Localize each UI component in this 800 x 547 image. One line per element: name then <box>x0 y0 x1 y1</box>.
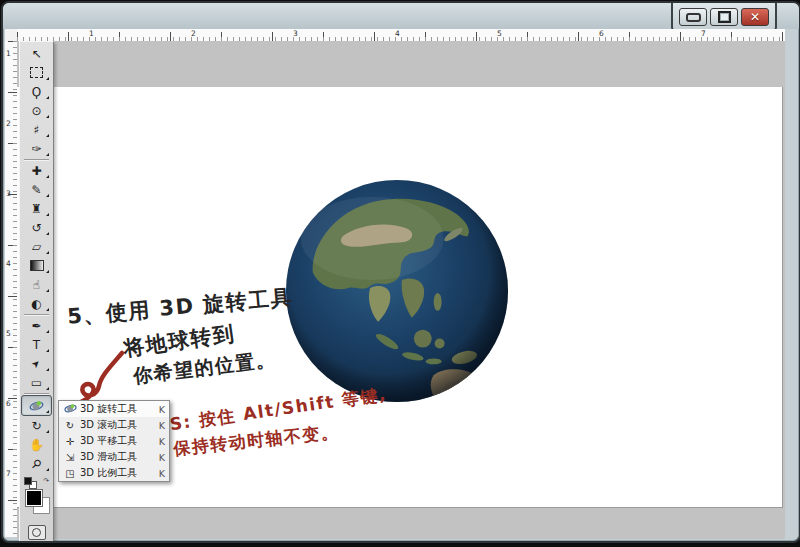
annotation-step-line1: 5、使用 3D 旋转工具 <box>66 283 294 331</box>
flyout-item-label: 3D 滑动工具 <box>80 450 137 464</box>
3d-orbit-tool[interactable]: ↻ <box>22 416 51 435</box>
quick-mask-icon <box>32 528 41 537</box>
minimize-icon <box>686 13 701 22</box>
ruler-number: 4 <box>6 259 11 268</box>
dodge-tool[interactable]: ◐ <box>22 294 51 313</box>
dodge-icon: ◐ <box>31 298 41 310</box>
earth-globe-3d-object[interactable] <box>283 177 511 405</box>
3d-tools-flyout-menu: 3D 旋转工具 K ↻ 3D 滚动工具 K ✛ 3D 平移工具 K ⇲ 3D 滑… <box>58 400 170 482</box>
eyedropper-icon: ✑ <box>31 143 41 155</box>
color-swatches: ↷ <box>22 477 51 515</box>
photoshop-window: ✕ 1 2 3 4 5 6 7 1 2 3 4 5 6 7 <box>1 1 800 543</box>
quick-selection-tool[interactable]: ⊙ <box>22 101 51 120</box>
path-selection-tool[interactable]: ➤ <box>22 354 51 373</box>
close-button[interactable]: ✕ <box>741 8 769 26</box>
flyout-item-shortcut: K <box>159 404 165 415</box>
ruler-number: 5 <box>6 329 11 338</box>
clone-stamp-icon: ♜ <box>31 203 42 215</box>
gradient-icon <box>30 260 44 271</box>
3d-rotate-tool[interactable] <box>21 395 52 416</box>
eyedropper-tool[interactable]: ✑ <box>22 139 51 158</box>
flyout-item-3d-pan-tool[interactable]: ✛ 3D 平移工具 K <box>59 433 169 449</box>
crop-tool[interactable]: ♯ <box>22 120 51 139</box>
move-tool[interactable]: ↖ <box>22 44 51 63</box>
maximize-icon <box>718 11 731 23</box>
type-tool[interactable]: T <box>22 335 51 354</box>
brush-tool[interactable]: ✎ <box>22 180 51 199</box>
ruler-number: 4 <box>395 29 400 38</box>
smudge-icon: ☝ <box>33 279 40 291</box>
flyout-item-3d-slide-tool[interactable]: ⇲ 3D 滑动工具 K <box>59 449 169 465</box>
3d-roll-icon: ↻ <box>63 420 77 431</box>
ruler-number: 3 <box>6 189 11 198</box>
crop-icon: ♯ <box>34 124 40 136</box>
close-icon: ✕ <box>750 11 760 23</box>
toolbar-separator <box>24 393 49 394</box>
ruler-number: 1 <box>6 49 11 58</box>
flyout-item-shortcut: K <box>159 468 165 479</box>
gradient-tool[interactable] <box>22 256 51 275</box>
3d-pan-icon: ✛ <box>63 436 77 447</box>
toolbar-separator <box>24 314 49 315</box>
swap-colors-icon[interactable]: ↷ <box>43 477 49 485</box>
hand-icon: ✋ <box>29 439 44 451</box>
minimize-button[interactable] <box>679 8 707 26</box>
history-brush-tool[interactable]: ↺ <box>22 218 51 237</box>
marquee-icon <box>30 67 43 78</box>
flyout-item-3d-rotate-tool[interactable]: 3D 旋转工具 K <box>59 401 169 417</box>
flyout-item-3d-scale-tool[interactable]: ◳ 3D 比例工具 K <box>59 465 169 481</box>
toolbar: ↖ Ϙ ⊙ ♯ ✑ ✚ ✎ ♜ ↺ ▱ ☝ ◐ ✒ T ➤ ▭ <box>19 41 54 543</box>
history-brush-icon: ↺ <box>31 222 41 234</box>
ruler-number: 6 <box>6 399 11 408</box>
maximize-button[interactable] <box>710 8 738 26</box>
hand-tool[interactable]: ✋ <box>22 435 51 454</box>
flyout-item-shortcut: K <box>159 436 165 447</box>
foreground-color-swatch[interactable] <box>25 489 43 507</box>
flyout-item-3d-roll-tool[interactable]: ↻ 3D 滚动工具 K <box>59 417 169 433</box>
toolbar-separator <box>24 159 49 160</box>
flyout-item-label: 3D 滚动工具 <box>80 418 137 432</box>
flyout-item-shortcut: K <box>159 420 165 431</box>
healing-brush-icon: ✚ <box>31 165 41 177</box>
ruler-number: 7 <box>6 469 11 478</box>
default-colors-icon[interactable] <box>24 477 32 485</box>
ruler-number: 2 <box>191 29 196 38</box>
flyout-item-label: 3D 比例工具 <box>80 466 137 480</box>
screenshot-stage: ✕ 1 2 3 4 5 6 7 1 2 3 4 5 6 7 <box>0 0 800 547</box>
ruler-number: 1 <box>89 29 94 38</box>
rectangular-marquee-tool[interactable] <box>22 63 51 82</box>
pen-icon: ✒ <box>31 320 41 332</box>
path-selection-icon: ➤ <box>30 357 43 370</box>
zoom-icon: ⚲ <box>29 456 44 471</box>
quick-selection-icon: ⊙ <box>31 105 41 117</box>
pen-tool[interactable]: ✒ <box>22 316 51 335</box>
flyout-item-label: 3D 平移工具 <box>80 434 137 448</box>
3d-scale-icon: ◳ <box>63 468 77 479</box>
lasso-icon: Ϙ <box>32 86 41 98</box>
ruler-number: 6 <box>599 29 604 38</box>
flyout-item-shortcut: K <box>159 452 165 463</box>
ruler-number: 5 <box>497 29 502 38</box>
healing-brush-tool[interactable]: ✚ <box>22 161 51 180</box>
3d-orbit-icon: ↻ <box>31 420 41 432</box>
zoom-tool[interactable]: ⚲ <box>22 454 51 473</box>
shape-tool[interactable]: ▭ <box>22 373 51 392</box>
type-icon: T <box>33 339 40 351</box>
flyout-item-label: 3D 旋转工具 <box>80 402 137 416</box>
ruler-number: 2 <box>6 119 11 128</box>
quick-mask-button[interactable] <box>28 525 46 540</box>
eraser-tool[interactable]: ▱ <box>22 237 51 256</box>
ruler-number: 7 <box>701 29 706 38</box>
move-icon: ↖ <box>31 48 41 60</box>
3d-rotate-icon <box>63 403 77 416</box>
smudge-tool[interactable]: ☝ <box>22 275 51 294</box>
shape-icon: ▭ <box>31 377 42 389</box>
clone-stamp-tool[interactable]: ♜ <box>22 199 51 218</box>
3d-slide-icon: ⇲ <box>63 452 77 463</box>
brush-icon: ✎ <box>31 184 41 196</box>
3d-rotate-icon <box>29 400 44 412</box>
lasso-tool[interactable]: Ϙ <box>22 82 51 101</box>
eraser-icon: ▱ <box>32 241 41 253</box>
ruler-number: 3 <box>293 29 298 38</box>
